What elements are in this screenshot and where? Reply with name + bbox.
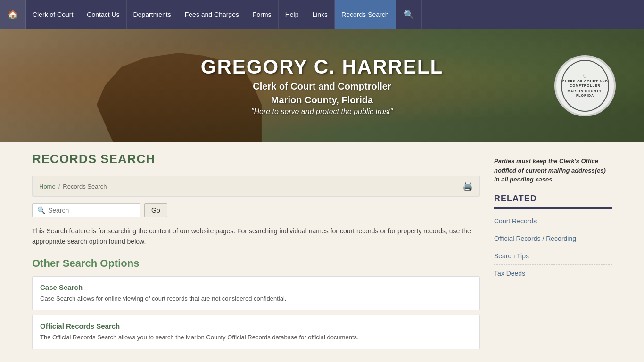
banner-county: Marion County, Florida <box>201 95 443 106</box>
search-icon: 🔍 <box>404 9 414 20</box>
related-title: RELATED <box>494 194 612 209</box>
main-content: RECORDS SEARCH Home / Records Search 🖨️ … <box>32 152 494 354</box>
banner: GREGORY C. HARRELL Clerk of Court and Co… <box>0 29 644 142</box>
nav-clerk-of-court[interactable]: Clerk of Court <box>26 0 80 29</box>
card-case-search-title[interactable]: Case Search <box>40 283 472 291</box>
search-bar: 🔍 Go <box>32 203 480 217</box>
navigation: 🏠 Clerk of Court Contact Us Departments … <box>0 0 644 29</box>
banner-text: GREGORY C. HARRELL Clerk of Court and Co… <box>201 56 443 116</box>
card-case-search-desc: Case Search allows for online viewing of… <box>40 294 472 304</box>
description-text: This Search feature is for searching the… <box>32 226 480 247</box>
search-input[interactable] <box>48 206 135 214</box>
nav-fees-charges[interactable]: Fees and Charges <box>178 0 246 29</box>
nav-search-button[interactable]: 🔍 <box>396 0 422 29</box>
sidebar-item-tax-deeds[interactable]: Tax Deeds <box>494 265 612 282</box>
card-official-records: Official Records Search The Official Rec… <box>32 315 480 349</box>
nav-records-search[interactable]: Records Search <box>335 0 396 29</box>
banner-subtitle: Clerk of Court and Comptroller <box>201 81 443 92</box>
breadcrumb-separator: / <box>58 183 60 190</box>
banner-title: GREGORY C. HARRELL <box>201 56 443 78</box>
page-title: RECORDS SEARCH <box>32 152 480 166</box>
search-mag-icon: 🔍 <box>37 206 45 214</box>
sidebar-item-search-tips[interactable]: Search Tips <box>494 247 612 265</box>
sidebar-notice: Parties must keep the Clerk's Office not… <box>494 156 612 184</box>
go-button[interactable]: Go <box>144 203 167 217</box>
banner-seal: ⚖️ CLERK OF COURT AND COMPTROLLER MARION… <box>554 55 616 116</box>
nav-contact-us[interactable]: Contact Us <box>80 0 126 29</box>
banner-tagline: "Here to serve and protect the public tr… <box>201 107 443 116</box>
breadcrumb-bar: Home / Records Search 🖨️ <box>32 176 480 197</box>
sidebar-item-court-records[interactable]: Court Records <box>494 213 612 230</box>
other-search-options-title: Other Search Options <box>32 257 480 270</box>
content-inner: RECORDS SEARCH Home / Records Search 🖨️ … <box>23 142 621 362</box>
nav-departments[interactable]: Departments <box>127 0 178 29</box>
nav-links[interactable]: Links <box>305 0 335 29</box>
nav-forms[interactable]: Forms <box>246 0 279 29</box>
nav-help[interactable]: Help <box>279 0 306 29</box>
card-official-records-title[interactable]: Official Records Search <box>40 322 472 330</box>
card-official-records-desc: The Official Records Search allows you t… <box>40 333 472 342</box>
breadcrumb-current: Records Search <box>63 183 107 190</box>
nav-home-button[interactable]: 🏠 <box>0 0 26 29</box>
home-icon: 🏠 <box>8 9 18 20</box>
content-wrapper: RECORDS SEARCH Home / Records Search 🖨️ … <box>0 142 644 362</box>
breadcrumb: Home / Records Search <box>39 183 107 190</box>
card-case-search: Case Search Case Search allows for onlin… <box>32 276 480 311</box>
sidebar-item-official-records[interactable]: Official Records / Recording <box>494 230 612 247</box>
search-input-wrapper: 🔍 <box>32 203 140 217</box>
breadcrumb-home[interactable]: Home <box>39 183 56 190</box>
print-button[interactable]: 🖨️ <box>462 181 473 191</box>
sidebar: Parties must keep the Clerk's Office not… <box>494 152 612 354</box>
